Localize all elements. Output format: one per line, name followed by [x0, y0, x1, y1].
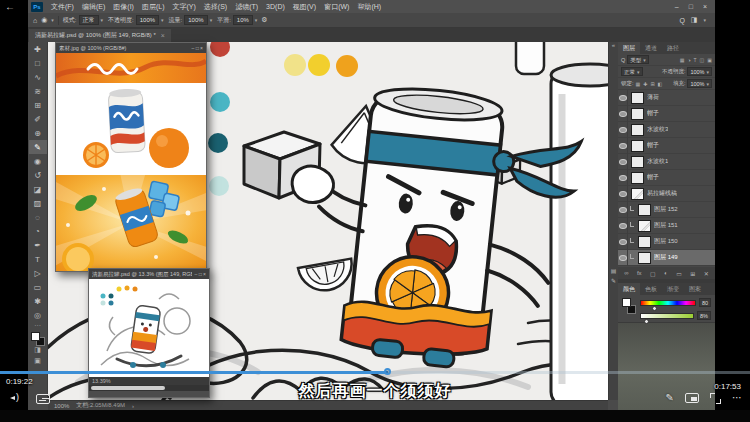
layers-footer-icon[interactable]: ∞ — [624, 270, 628, 276]
visibility-eye-icon[interactable] — [618, 170, 628, 186]
filter-icon[interactable]: T — [693, 57, 696, 63]
visibility-eye-icon[interactable] — [618, 138, 628, 154]
layers-footer-icon[interactable]: ▢ — [650, 270, 656, 277]
visibility-eye-icon[interactable] — [618, 154, 628, 170]
layers-footer-icon[interactable]: fx — [637, 270, 642, 276]
field-value[interactable]: 10% — [233, 15, 253, 25]
preview-canvas[interactable] — [89, 279, 209, 377]
tool-button[interactable]: ◎ — [29, 308, 47, 322]
field-value[interactable]: 100% — [184, 15, 207, 25]
layer-row[interactable]: 帽子 — [618, 170, 715, 186]
chevron-down-icon[interactable]: ▾ — [703, 17, 706, 23]
chevron-down-icon[interactable]: ▾ — [255, 17, 258, 23]
menu-item[interactable]: 文件(F) — [47, 2, 78, 12]
tool-button[interactable]: ✐ — [29, 112, 47, 126]
workspace-switcher-icon[interactable]: ◨ — [691, 16, 698, 24]
layers-footer-icon[interactable]: ⊞ — [690, 270, 695, 277]
tool-button[interactable]: ▨ — [29, 196, 47, 210]
layer-row[interactable]: 帽子 — [618, 106, 715, 122]
fill-field[interactable]: 100% ▾ — [687, 79, 712, 88]
zoom-level-field[interactable]: 100% — [54, 403, 69, 409]
layer-thumbnail[interactable] — [638, 204, 651, 216]
chevron-down-icon[interactable]: ▾ — [101, 17, 104, 23]
field-value[interactable]: 100% — [136, 15, 159, 25]
close-icon[interactable]: × — [161, 32, 165, 39]
hue-slider[interactable] — [640, 300, 696, 306]
layer-row[interactable]: 图层 149 — [618, 250, 715, 266]
menu-item[interactable]: 编辑(E) — [78, 2, 109, 12]
layer-thumbnail[interactable] — [638, 236, 651, 248]
menu-item[interactable]: 文字(Y) — [168, 2, 199, 12]
window-controls[interactable]: – □ × — [192, 45, 204, 51]
layer-thumbnail[interactable] — [631, 172, 644, 184]
tool-button[interactable]: ⊕ — [29, 126, 47, 140]
layer-thumbnail[interactable] — [631, 108, 644, 120]
menu-item[interactable]: 视图(V) — [289, 2, 320, 12]
menu-item[interactable]: 窗口(W) — [320, 2, 353, 12]
panel-tab[interactable]: 颜色 — [618, 283, 640, 295]
hue-value[interactable]: 80 — [699, 298, 711, 307]
options-field[interactable]: 不透明度: 100% ▾ — [108, 15, 164, 25]
saturation-value[interactable]: 8% — [697, 311, 711, 320]
tool-button[interactable]: ✒ — [29, 238, 47, 252]
back-button[interactable]: ← — [5, 2, 15, 12]
search-icon[interactable]: Q — [679, 17, 684, 24]
filter-icon[interactable]: ▦ — [680, 57, 685, 63]
color-panel-swatches[interactable] — [622, 298, 636, 314]
opacity-field[interactable]: 100% ▾ — [687, 67, 712, 76]
layer-thumbnail[interactable] — [638, 220, 651, 232]
chevron-down-icon[interactable]: ▾ — [210, 17, 213, 23]
dock-panel-icon[interactable]: ✎ — [611, 277, 616, 287]
menu-item[interactable]: 图层(L) — [138, 2, 169, 12]
tool-button[interactable]: ◪ — [29, 182, 47, 196]
layer-row[interactable]: 帽子 — [618, 138, 715, 154]
minimize-button[interactable]: – — [675, 3, 679, 10]
dock-panel-icon[interactable]: « — [612, 42, 615, 52]
tool-button[interactable]: □ — [29, 56, 47, 70]
tool-button[interactable]: ◌ — [29, 210, 47, 224]
lock-icon[interactable]: ✚ — [643, 81, 647, 87]
visibility-eye-icon[interactable] — [618, 106, 628, 122]
field-value[interactable]: 正常 — [79, 15, 99, 25]
maximize-button[interactable]: □ — [689, 3, 693, 10]
foreground-color-swatch[interactable] — [622, 298, 631, 307]
layer-row[interactable]: 图层 151 — [618, 218, 715, 234]
tool-button[interactable]: ✎ — [29, 140, 47, 154]
preview-document-window[interactable]: 清新易拉罐.psd @ 13.3% (图层 149, RGB/8) – □ × — [88, 268, 210, 398]
chevron-down-icon[interactable]: ▾ — [51, 17, 54, 23]
home-icon[interactable]: ⌂ — [33, 17, 37, 24]
menu-item[interactable]: 图像(I) — [109, 2, 138, 12]
filter-icon[interactable]: ◑ — [687, 57, 690, 63]
saturation-slider[interactable] — [640, 313, 694, 319]
visibility-eye-icon[interactable] — [618, 90, 628, 106]
layers-footer-icon[interactable]: ◐ — [664, 270, 668, 276]
menu-item[interactable]: 帮助(H) — [353, 2, 385, 12]
tool-button[interactable]: ⊞ — [29, 98, 47, 112]
tool-button[interactable]: ▭ — [29, 280, 47, 294]
window-titlebar[interactable]: 清新易拉罐.psd @ 13.3% (图层 149, RGB/8) – □ × — [89, 269, 209, 279]
layer-row[interactable]: 图层 152 — [618, 202, 715, 218]
layer-row[interactable]: 易拉罐线稿 — [618, 186, 715, 202]
layer-thumbnail[interactable] — [631, 188, 644, 200]
tool-button[interactable]: ∿ — [29, 70, 47, 84]
screen-mode-icon[interactable]: ▣ — [34, 357, 41, 368]
layers-footer-icon[interactable]: ▭ — [676, 270, 682, 277]
reference-image-window[interactable]: 素材.jpg @ 100% (RGB/8#) – □ × — [55, 42, 207, 272]
layer-row[interactable]: 图层 150 — [618, 234, 715, 250]
tool-button[interactable]: ✱ — [29, 294, 47, 308]
tool-button[interactable]: T — [29, 252, 47, 266]
dock-panel-icon[interactable]: ▤ — [611, 267, 617, 277]
layers-footer-icon[interactable]: ✕ — [704, 270, 709, 277]
visibility-eye-icon[interactable] — [618, 122, 628, 138]
layer-thumbnail[interactable] — [631, 156, 644, 168]
filter-icon[interactable]: ◫ — [700, 57, 705, 63]
layer-thumbnail[interactable] — [638, 252, 651, 264]
saturation-slider-handle[interactable] — [644, 319, 649, 324]
quick-mask-icon[interactable]: ◨ — [34, 346, 41, 357]
brush-preset-icon[interactable]: ◉ — [41, 16, 47, 24]
foreground-color-swatch[interactable] — [31, 332, 40, 341]
filter-icon[interactable]: ▣ — [707, 57, 712, 63]
visibility-eye-icon[interactable] — [618, 202, 628, 218]
panel-tab[interactable]: 通道 — [640, 42, 662, 54]
tool-button[interactable]: ✚ — [29, 42, 47, 56]
